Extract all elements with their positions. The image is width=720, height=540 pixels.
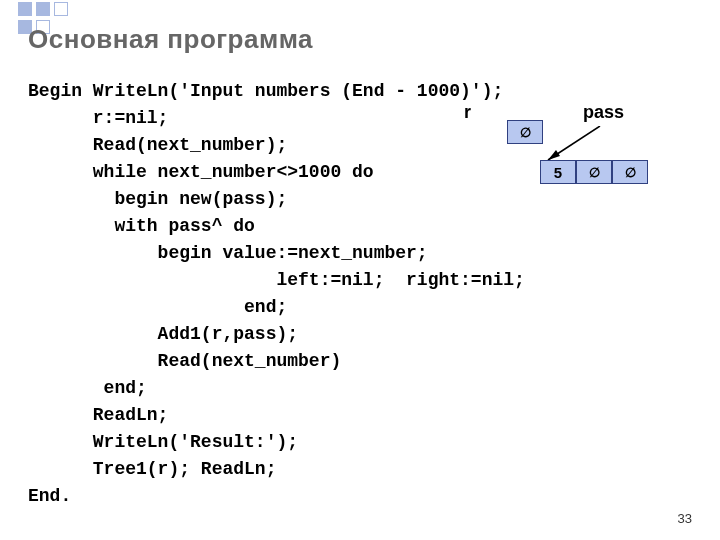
node-row: 5 ∅ ∅: [540, 160, 648, 184]
r-label: r: [464, 102, 471, 123]
r-pointer-cell: ∅: [507, 120, 543, 144]
page-number: 33: [678, 511, 692, 526]
node-left: ∅: [576, 160, 612, 184]
code-block: Begin WriteLn('Input numbers (End - 1000…: [28, 78, 525, 510]
node-value: 5: [540, 160, 576, 184]
svg-marker-1: [548, 150, 560, 160]
r-value: ∅: [507, 120, 543, 144]
slide-title: Основная программа: [28, 24, 313, 55]
node-right: ∅: [612, 160, 648, 184]
pass-label: pass: [583, 102, 624, 123]
